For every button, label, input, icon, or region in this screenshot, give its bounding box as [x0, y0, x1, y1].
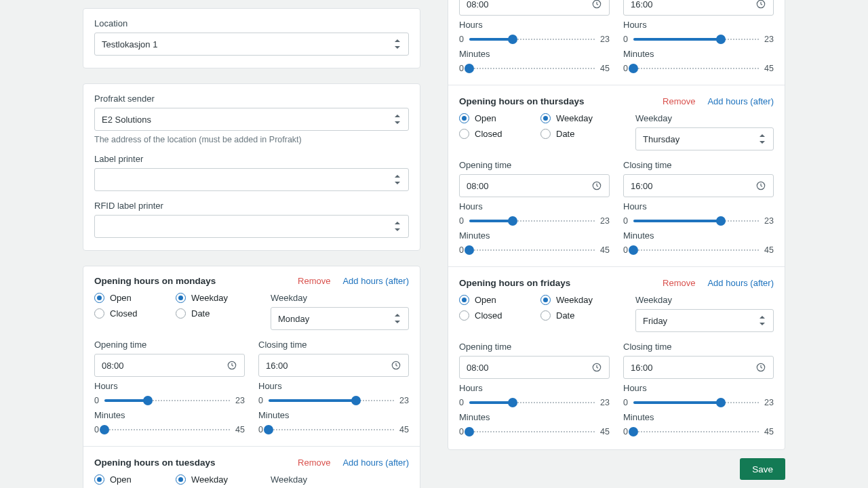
radio-icon [459, 310, 469, 321]
radio-open[interactable]: Open [459, 113, 540, 123]
weekday-select[interactable]: Thursday [635, 127, 774, 150]
chevron-updown-icon [760, 134, 766, 144]
opening-time-value: 08:00 [467, 0, 489, 9]
add-hours-link[interactable]: Add hours (after) [342, 276, 409, 286]
radio-date[interactable]: Date [176, 308, 257, 319]
slider-track[interactable] [104, 424, 230, 435]
profrakt-helper-text: The address of the location (must be add… [94, 135, 409, 144]
closing-time-input[interactable]: 16:00 [258, 354, 409, 377]
opening-time-input[interactable]: 08:00 [94, 354, 245, 377]
open-hours-min: 0 [459, 35, 464, 44]
slider-track[interactable] [633, 34, 759, 45]
closing-time-value: 16:00 [266, 361, 288, 371]
close-hours-max: 23 [764, 35, 774, 44]
close-hours-min: 0 [258, 396, 263, 405]
close-minutes-label: Minutes [623, 49, 774, 59]
opening-time-label: Opening time [459, 160, 610, 170]
closing-time-input[interactable]: 16:00 [623, 174, 774, 197]
slider-track[interactable] [633, 216, 759, 226]
opening-time-value: 08:00 [467, 181, 489, 191]
closing-time-input[interactable]: 16:00 [623, 356, 774, 379]
radio-closed[interactable]: Closed [459, 310, 540, 321]
chevron-updown-icon [395, 115, 401, 124]
opening-time-input[interactable]: 08:00 [459, 0, 610, 16]
radio-icon [94, 474, 104, 485]
radio-closed[interactable]: Closed [94, 308, 176, 319]
chevron-updown-icon [760, 316, 766, 325]
profrakt-sender-value: E2 Solutions [102, 115, 151, 125]
slider-track[interactable] [469, 397, 595, 408]
opening-time-input[interactable]: 08:00 [459, 356, 610, 379]
radio-weekday[interactable]: Weekday [176, 293, 257, 303]
slider-track[interactable] [469, 245, 595, 256]
label-printer-select[interactable] [94, 168, 409, 191]
close-hours-label: Hours [623, 383, 774, 393]
slider-track[interactable] [633, 397, 759, 408]
open-hours-min: 0 [459, 398, 464, 407]
slider-track[interactable] [469, 216, 595, 226]
radio-closed[interactable]: Closed [459, 129, 540, 139]
radio-open-label: Open [110, 474, 132, 485]
slider-track[interactable] [633, 63, 759, 74]
closing-time-value: 16:00 [631, 181, 653, 191]
radio-weekday[interactable]: Weekday [176, 474, 257, 485]
close-hours-max: 23 [764, 398, 774, 407]
remove-link[interactable]: Remove [663, 278, 695, 288]
radio-weekday[interactable]: Weekday [540, 113, 622, 123]
open-minutes-label: Minutes [94, 410, 245, 420]
add-hours-link[interactable]: Add hours (after) [342, 458, 409, 468]
slider-track[interactable] [269, 395, 394, 406]
weekday-select[interactable]: Friday [635, 309, 774, 332]
weekday-value: Friday [643, 316, 667, 326]
slider-track[interactable] [633, 426, 759, 437]
slider-track[interactable] [469, 426, 595, 437]
close-minutes-min: 0 [258, 425, 263, 434]
save-button[interactable]: Save [740, 458, 785, 480]
radio-closed-label: Closed [475, 310, 502, 321]
close-minutes-max: 45 [764, 427, 774, 436]
slider-track[interactable] [469, 34, 595, 45]
location-select[interactable]: Testlokasjon 1 [94, 33, 409, 56]
weekday-label: Weekday [635, 113, 774, 123]
open-hours-label: Hours [459, 201, 610, 211]
slider-track[interactable] [269, 424, 394, 435]
closing-time-input[interactable]: 16:00 [623, 0, 774, 16]
clock-icon [226, 360, 237, 371]
slider-track[interactable] [469, 63, 595, 74]
radio-icon [94, 293, 104, 303]
radio-open[interactable]: Open [94, 474, 176, 485]
radio-icon [176, 308, 186, 319]
close-minutes-min: 0 [623, 427, 628, 436]
slider-track[interactable] [104, 395, 230, 406]
profrakt-sender-select[interactable]: E2 Solutions [94, 108, 409, 131]
radio-date[interactable]: Date [540, 129, 622, 139]
add-hours-link[interactable]: Add hours (after) [707, 278, 774, 288]
remove-link[interactable]: Remove [663, 96, 695, 106]
radio-open[interactable]: Open [94, 293, 176, 303]
profrakt-card: Profrakt sender E2 Solutions The address… [83, 83, 420, 251]
open-hours-label: Hours [94, 381, 245, 391]
remove-link[interactable]: Remove [298, 458, 330, 468]
radio-weekday[interactable]: Weekday [540, 295, 622, 305]
opening-hours-card: 08:00 Hours 0 23 Minutes 0 45 16:00 [448, 0, 785, 450]
add-hours-link[interactable]: Add hours (after) [707, 96, 774, 106]
radio-icon [459, 129, 469, 139]
radio-icon [459, 295, 469, 305]
weekday-select[interactable]: Monday [271, 307, 409, 330]
section-title: Opening hours on mondays [94, 276, 216, 286]
radio-date[interactable]: Date [540, 310, 622, 321]
weekday-label: Weekday [271, 474, 409, 485]
remove-link[interactable]: Remove [298, 276, 330, 286]
closing-time-value: 16:00 [631, 363, 653, 373]
open-hours-min: 0 [459, 216, 464, 226]
slider-track[interactable] [633, 245, 759, 256]
radio-date-label: Date [556, 129, 574, 139]
open-hours-max: 23 [600, 216, 610, 226]
close-hours-label: Hours [623, 20, 774, 30]
radio-open[interactable]: Open [459, 295, 540, 305]
rfid-printer-select[interactable] [94, 215, 409, 238]
radio-icon [459, 113, 469, 123]
radio-icon [176, 293, 186, 303]
clock-icon [391, 360, 401, 371]
opening-time-input[interactable]: 08:00 [459, 174, 610, 197]
